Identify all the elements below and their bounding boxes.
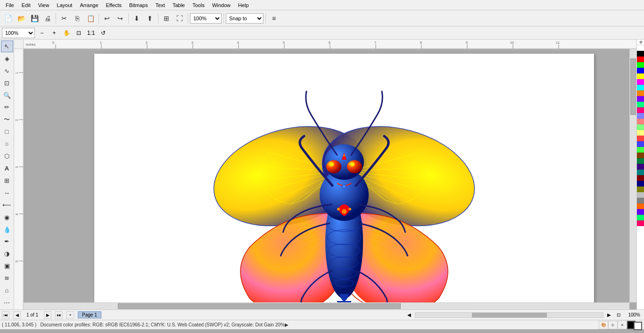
zoom-level-select[interactable]: 100% 50% 200% <box>2 28 35 38</box>
vertical-scrollbar[interactable] <box>629 49 636 302</box>
ellipse-tool-btn[interactable]: ○ <box>1 138 13 150</box>
select-tool-btn[interactable]: ↖ <box>1 41 13 52</box>
copy-button[interactable]: ⎘ <box>71 12 83 24</box>
palette-color-swatch[interactable] <box>637 203 644 209</box>
canvas-scroll[interactable] <box>24 49 629 302</box>
page-1-tab[interactable]: Page 1 <box>78 311 101 318</box>
table-tool-btn[interactable]: ⊞ <box>1 175 13 187</box>
no-color-btn[interactable]: ⊘ <box>637 40 644 45</box>
menu-layout[interactable]: Layout <box>53 1 76 9</box>
blend-tool-btn[interactable]: ≋ <box>1 272 13 284</box>
menu-help[interactable]: Help <box>234 1 253 9</box>
palette-color-swatch[interactable] <box>637 153 644 158</box>
fill-tool-btn[interactable]: ◉ <box>1 211 13 223</box>
palette-color-swatch[interactable] <box>637 141 644 147</box>
palette-color-swatch[interactable] <box>637 181 644 187</box>
horizontal-scrollbar[interactable] <box>24 302 629 309</box>
envelope-tool-btn[interactable]: ⋯ <box>1 297 13 309</box>
crop-tool-btn[interactable]: ⊡ <box>1 77 13 89</box>
eyedropper-tool-btn[interactable]: 💧 <box>1 224 13 236</box>
menu-text[interactable]: Text <box>152 1 169 9</box>
distort-tool-btn[interactable]: ⌂ <box>1 284 13 296</box>
menu-bitmaps[interactable]: Bitmaps <box>125 1 152 9</box>
background-color[interactable] <box>634 322 642 330</box>
redo-button[interactable]: ↪ <box>114 12 126 24</box>
new-button[interactable]: 📄 <box>2 12 14 24</box>
first-page-btn[interactable]: ⏮ <box>2 311 9 319</box>
info-more-btn[interactable]: ▶ <box>285 322 289 327</box>
palette-color-swatch[interactable] <box>637 187 644 192</box>
artistic-tool-btn[interactable]: 〜 <box>1 114 13 125</box>
palette-color-swatch[interactable] <box>637 107 644 113</box>
full-screen-button[interactable]: ⛶ <box>173 12 186 24</box>
palette-color-swatch[interactable] <box>637 158 644 164</box>
add-page-btn[interactable]: + <box>66 311 74 319</box>
palette-color-swatch[interactable] <box>637 136 644 141</box>
connector-tool-btn[interactable]: ⟵ <box>1 199 13 211</box>
zoom-reset-button[interactable]: ↺ <box>98 28 108 38</box>
snap-to-select[interactable]: Snap to Grid Guidelines Objects <box>226 13 264 24</box>
cut-button[interactable]: ✂ <box>58 12 70 24</box>
hscroll-track[interactable] <box>415 312 603 318</box>
next-page-btn[interactable]: ▶ <box>44 311 51 319</box>
palette-color-swatch[interactable] <box>637 198 644 203</box>
rect-tool-btn[interactable]: □ <box>1 126 13 138</box>
last-page-btn[interactable]: ⏭ <box>55 311 63 319</box>
palette-color-swatch[interactable] <box>637 68 644 73</box>
palette-color-swatch[interactable] <box>637 220 644 226</box>
shape-tool-btn[interactable]: ◈ <box>1 53 13 65</box>
palette-color-swatch[interactable] <box>637 73 644 79</box>
palette-color-swatch[interactable] <box>637 79 644 85</box>
menu-edit[interactable]: Edit <box>18 1 34 9</box>
palette-color-swatch[interactable] <box>637 102 644 107</box>
zoom-tool-btn[interactable]: 🔍 <box>1 89 13 101</box>
zoom-1to1-button[interactable]: 1:1 <box>86 28 96 38</box>
menu-view[interactable]: View <box>34 1 53 9</box>
menu-window[interactable]: Window <box>208 1 234 9</box>
prev-page-btn[interactable]: ◀ <box>13 311 21 319</box>
zoom-out-button[interactable]: − <box>37 28 47 38</box>
hscroll-page-thumb[interactable] <box>472 313 547 317</box>
view-mode-button[interactable]: ⊞ <box>160 12 173 24</box>
text-tool-btn[interactable]: A <box>1 162 13 174</box>
palette-color-swatch[interactable] <box>637 62 644 68</box>
freehand-tool-btn[interactable]: ✏ <box>1 102 13 114</box>
transparency-tool-btn[interactable]: ◑ <box>1 248 13 260</box>
menu-effects[interactable]: Effects <box>102 1 125 9</box>
vscroll-thumb[interactable] <box>630 58 636 115</box>
save-button[interactable]: 💾 <box>28 12 41 24</box>
outline-pen-btn[interactable]: ✒ <box>1 236 13 248</box>
menu-tools[interactable]: Tools <box>189 1 208 9</box>
import-button[interactable]: ⬇ <box>131 12 143 24</box>
snap-indicator[interactable]: ⊹ <box>608 321 618 329</box>
palette-color-swatch[interactable] <box>637 57 644 62</box>
palette-color-swatch[interactable] <box>637 147 644 153</box>
palette-color-swatch[interactable] <box>637 209 644 215</box>
smear-tool-btn[interactable]: ∿ <box>1 65 13 77</box>
export-button[interactable]: ⬆ <box>144 12 156 24</box>
dimension-tool-btn[interactable]: ↔ <box>1 187 13 199</box>
palette-color-swatch[interactable] <box>637 113 644 119</box>
zoom-fit-button[interactable]: ⊡ <box>74 28 84 38</box>
palette-color-swatch[interactable] <box>637 124 644 130</box>
palette-color-swatch[interactable] <box>637 96 644 102</box>
undo-button[interactable]: ↩ <box>101 12 113 24</box>
hscroll-left[interactable]: ◀ <box>407 312 411 317</box>
polygon-tool-btn[interactable]: ⬡ <box>1 150 13 162</box>
palette-color-swatch[interactable] <box>637 45 644 51</box>
hscroll-thumb[interactable] <box>118 303 401 309</box>
close-indicator[interactable]: × <box>618 321 627 329</box>
zoom-in-button[interactable]: + <box>49 28 59 38</box>
palette-color-swatch[interactable] <box>637 85 644 90</box>
paste-button[interactable]: 📋 <box>84 12 97 24</box>
palette-color-swatch[interactable] <box>637 119 644 124</box>
menu-table[interactable]: Table <box>169 1 189 9</box>
zoom-pan-button[interactable]: ✋ <box>61 28 72 38</box>
hscroll-right[interactable]: ▶ <box>607 312 611 317</box>
color-manager-btn[interactable]: 🎨 <box>599 321 608 329</box>
shadow-tool-btn[interactable]: ▣ <box>1 260 13 272</box>
open-button[interactable]: 📂 <box>15 12 27 24</box>
options-button[interactable]: ≡ <box>268 12 280 24</box>
print-button[interactable]: 🖨 <box>41 12 54 24</box>
palette-color-swatch[interactable] <box>637 175 644 181</box>
